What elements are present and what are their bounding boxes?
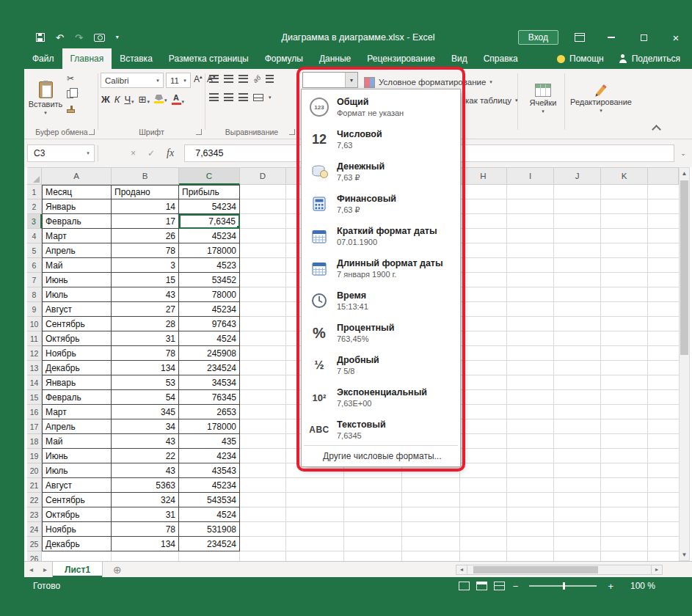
cell-i20[interactable]	[507, 463, 554, 478]
cell-e23[interactable]	[286, 507, 344, 522]
cell-e22[interactable]	[286, 493, 344, 507]
cell-j17[interactable]	[554, 419, 601, 434]
cell-b13[interactable]: 134	[112, 361, 179, 375]
font-color-button[interactable]: А▾	[172, 94, 185, 105]
font-size-select[interactable]: 11 ▾	[166, 73, 191, 88]
ribbon-tab-1[interactable]: Файл	[24, 48, 62, 69]
cell-j3[interactable]	[554, 214, 601, 229]
cell-h20[interactable]	[460, 463, 507, 478]
cell-k10[interactable]	[601, 317, 648, 331]
cell-i3[interactable]	[507, 214, 554, 229]
cell-k26[interactable]	[601, 551, 648, 561]
cell-c3[interactable]: 7,6345	[179, 214, 240, 229]
cell-j8[interactable]	[554, 287, 601, 302]
cell-a18[interactable]: Май	[42, 434, 112, 449]
cell-d3[interactable]	[240, 214, 286, 229]
cell-e25[interactable]	[286, 537, 344, 551]
font-dialog-launcher-icon[interactable]	[196, 129, 202, 135]
save-icon[interactable]	[36, 33, 45, 42]
cell-j15[interactable]	[554, 390, 601, 405]
cell-k5[interactable]	[601, 243, 648, 258]
cell-g25[interactable]	[402, 537, 460, 551]
cell-k14[interactable]	[601, 375, 648, 390]
cell-i11[interactable]	[507, 331, 554, 346]
cell-k17[interactable]	[601, 419, 648, 434]
menu-item-currency[interactable]: Денежный7,63 ₽	[302, 155, 460, 188]
cell-b11[interactable]: 31	[112, 331, 179, 346]
name-box[interactable]: C3 ▾	[27, 144, 95, 162]
cell-a16[interactable]: Март	[42, 405, 112, 419]
cell-c4[interactable]: 45234	[179, 229, 240, 243]
row-header-12[interactable]: 12	[27, 346, 42, 361]
cell-h8[interactable]	[460, 287, 507, 302]
wrap-text-icon[interactable]	[266, 75, 274, 83]
align-right-icon[interactable]	[238, 93, 248, 101]
cell-b7[interactable]: 15	[112, 273, 179, 287]
cell-b4[interactable]: 26	[112, 229, 179, 243]
format-painter-button[interactable]	[67, 104, 79, 114]
cell-j19[interactable]	[554, 449, 601, 463]
cell-b24[interactable]: 78	[112, 522, 179, 537]
cell-j25[interactable]	[554, 537, 601, 551]
cell-b23[interactable]: 31	[112, 507, 179, 522]
cell-h25[interactable]	[460, 537, 507, 551]
cell-h19[interactable]	[460, 449, 507, 463]
row-header-3[interactable]: 3	[27, 214, 42, 229]
format-as-table-button[interactable]: как таблицу ▾	[465, 93, 518, 108]
cell-a8[interactable]: Июль	[42, 287, 112, 302]
page-break-view-icon[interactable]	[494, 582, 505, 590]
login-button[interactable]: Вход	[518, 30, 558, 45]
cell-k13[interactable]	[601, 361, 648, 375]
align-center-icon[interactable]	[224, 93, 233, 101]
cell-k15[interactable]	[601, 390, 648, 405]
cell-b6[interactable]: 3	[112, 258, 179, 273]
cell-h24[interactable]	[460, 522, 507, 537]
cell-i12[interactable]	[507, 346, 554, 361]
row-header-5[interactable]: 5	[27, 243, 42, 258]
ribbon-tab-7[interactable]: Рецензирование	[359, 48, 443, 69]
cell-h5[interactable]	[460, 243, 507, 258]
fill-handle[interactable]	[236, 225, 240, 229]
zoom-out-icon[interactable]: −	[513, 581, 519, 592]
cell-b21[interactable]: 5363	[112, 478, 179, 493]
bold-button[interactable]: Ж	[101, 94, 110, 105]
cell-a4[interactable]: Март	[42, 229, 112, 243]
cell-a10[interactable]: Сентябрь	[42, 317, 112, 331]
cell-d11[interactable]	[240, 331, 286, 346]
cells-group-button[interactable]: Ячейки ▾	[522, 72, 564, 126]
cell-j9[interactable]	[554, 302, 601, 317]
italic-button[interactable]: К	[114, 94, 120, 105]
cell-f26[interactable]	[344, 551, 402, 561]
cell-b12[interactable]: 78	[112, 346, 179, 361]
row-header-26[interactable]: 26	[27, 551, 42, 561]
cell-a26[interactable]	[42, 551, 112, 561]
cell-f25[interactable]	[344, 537, 402, 551]
cell-a5[interactable]: Апрель	[42, 243, 112, 258]
cell-c1[interactable]: Прибыль	[179, 185, 240, 199]
cell-b1[interactable]: Продано	[112, 185, 179, 199]
cell-c15[interactable]: 76345	[179, 390, 240, 405]
row-header-24[interactable]: 24	[27, 522, 42, 537]
cell-j21[interactable]	[554, 478, 601, 493]
cell-b17[interactable]: 34	[112, 419, 179, 434]
column-header-b[interactable]: B	[112, 167, 179, 185]
cell-k7[interactable]	[601, 273, 648, 287]
cell-b26[interactable]	[112, 551, 179, 561]
cell-h4[interactable]	[460, 229, 507, 243]
cell-c5[interactable]: 178000	[179, 243, 240, 258]
ribbon-tab-4[interactable]: Разметка страницы	[161, 48, 257, 69]
row-header-6[interactable]: 6	[27, 258, 42, 273]
cell-a3[interactable]: Февраль	[42, 214, 112, 229]
cell-b5[interactable]: 78	[112, 243, 179, 258]
cell-a23[interactable]: Октябрь	[42, 507, 112, 522]
scroll-up-icon[interactable]: ▲	[680, 168, 689, 179]
column-header-j[interactable]: J	[554, 167, 601, 185]
cell-g23[interactable]	[402, 507, 460, 522]
cell-i6[interactable]	[507, 258, 554, 273]
cell-k6[interactable]	[601, 258, 648, 273]
cell-c14[interactable]: 34534	[179, 375, 240, 390]
column-header-k[interactable]: K	[601, 167, 648, 185]
cell-i26[interactable]	[507, 551, 554, 561]
row-header-23[interactable]: 23	[27, 507, 42, 522]
cell-a13[interactable]: Декабрь	[42, 361, 112, 375]
